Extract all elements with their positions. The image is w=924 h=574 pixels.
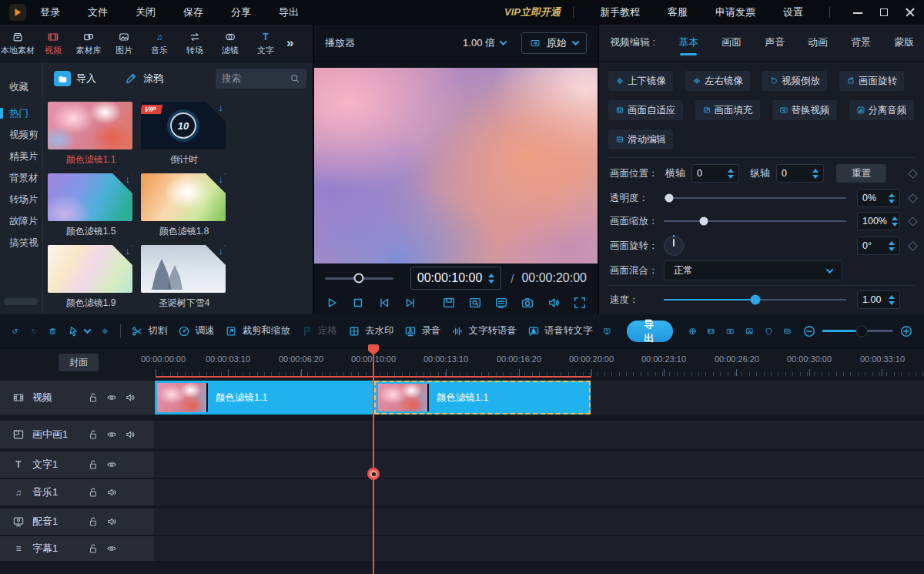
clip-color-filter-selected[interactable]: 颜色滤镜1.1 bbox=[374, 381, 591, 415]
search-input[interactable] bbox=[222, 73, 290, 84]
tab-stock-library[interactable]: 素材库 bbox=[71, 29, 106, 56]
tab-transitions[interactable]: 转场 bbox=[177, 29, 213, 56]
eye-icon[interactable] bbox=[106, 429, 117, 440]
menu-share[interactable]: 分享 bbox=[231, 5, 268, 19]
cut-clip-icon[interactable] bbox=[745, 324, 754, 338]
rotation-dial[interactable] bbox=[664, 236, 684, 256]
tab-images[interactable]: 图片 bbox=[106, 29, 142, 56]
tab-local-media[interactable]: 本地素材 bbox=[0, 29, 35, 56]
doodle-button[interactable]: 涂鸦 bbox=[124, 72, 163, 86]
tab-filters[interactable]: 滤镜 bbox=[213, 29, 248, 56]
filter-thumbnail[interactable] bbox=[48, 102, 132, 149]
minimize-button[interactable] bbox=[853, 8, 862, 17]
slide-edit-button[interactable]: 滑动编辑 bbox=[608, 129, 673, 149]
category-video-edit[interactable]: 视频剪 bbox=[0, 124, 42, 146]
keyframe-diamond-icon[interactable] bbox=[908, 169, 918, 179]
zoom-slider-handle[interactable] bbox=[856, 326, 866, 336]
flip-vertical-button[interactable]: 上下镜像 bbox=[608, 71, 673, 91]
snapshot-button[interactable] bbox=[521, 296, 534, 310]
speed-slider[interactable] bbox=[664, 299, 846, 300]
lock-icon[interactable] bbox=[88, 459, 99, 470]
app-logo[interactable] bbox=[9, 4, 26, 21]
next-frame-button[interactable] bbox=[403, 296, 417, 310]
menu-invoice[interactable]: 申请发票 bbox=[715, 5, 755, 19]
position-x-field[interactable]: 0 bbox=[691, 164, 739, 183]
download-icon[interactable]: ↓ bbox=[126, 245, 131, 257]
replace-video-button[interactable]: 替换视频 bbox=[772, 100, 837, 120]
video-preview[interactable] bbox=[314, 68, 598, 264]
compress-clip-icon[interactable] bbox=[707, 324, 715, 338]
filter-thumbnail[interactable]: ↓ bbox=[48, 245, 132, 293]
redo-icon[interactable]: ↻ bbox=[30, 324, 38, 338]
menu-support[interactable]: 客服 bbox=[668, 5, 688, 19]
time-stepper[interactable] bbox=[488, 274, 494, 284]
tab-music[interactable]: ♫音乐 bbox=[142, 29, 177, 56]
playback-progress-slider[interactable] bbox=[325, 277, 393, 280]
fullscreen-button[interactable] bbox=[573, 296, 587, 310]
download-icon[interactable]: ↓ bbox=[219, 173, 224, 185]
save-frame-button[interactable] bbox=[442, 296, 456, 310]
download-icon[interactable]: ↓ bbox=[126, 173, 131, 185]
media-item[interactable]: VIP 10 ↓ 倒计时 bbox=[141, 102, 227, 166]
film-reel-icon[interactable] bbox=[688, 324, 697, 338]
menu-close-project[interactable]: 关闭 bbox=[136, 5, 172, 19]
tab-text[interactable]: T文字 bbox=[248, 29, 283, 56]
reverse-video-button[interactable]: 视频倒放 bbox=[762, 71, 827, 91]
fit-timeline-icon[interactable] bbox=[783, 324, 792, 338]
lock-icon[interactable] bbox=[88, 516, 99, 527]
more-tabs-icon[interactable]: » bbox=[286, 35, 293, 51]
current-time-field[interactable]: 00:00:10:00 bbox=[410, 267, 502, 290]
scale-handle[interactable] bbox=[700, 217, 708, 226]
maximize-button[interactable] bbox=[879, 8, 889, 17]
tab-video[interactable]: 视频 bbox=[35, 29, 71, 56]
tab-picture[interactable]: 画面 bbox=[721, 35, 742, 59]
filter-thumbnail[interactable]: ↓ bbox=[141, 173, 226, 221]
tab-basic[interactable]: 基本 bbox=[678, 35, 698, 59]
zoom-in-icon[interactable] bbox=[899, 324, 913, 338]
category-favorites[interactable]: 收藏 bbox=[0, 76, 42, 98]
scale-field[interactable]: 100% bbox=[857, 212, 900, 230]
track-lane-voiceover[interactable]: 配音1 bbox=[0, 509, 924, 535]
search-box[interactable] bbox=[216, 69, 306, 89]
previous-frame-button[interactable] bbox=[377, 296, 391, 310]
speaker-icon[interactable] bbox=[106, 487, 117, 498]
media-item[interactable]: ↓ 圣诞树下雪4 bbox=[141, 245, 227, 310]
lock-icon[interactable] bbox=[88, 429, 99, 440]
download-icon[interactable]: ↓ bbox=[219, 102, 224, 113]
cover-button[interactable]: 封面 bbox=[59, 354, 99, 371]
remove-watermark-tool[interactable]: 去水印 bbox=[348, 324, 394, 337]
track-lane-music[interactable]: ♫ 音乐1 bbox=[0, 479, 924, 505]
eye-icon[interactable] bbox=[106, 392, 117, 403]
sidebar-scroll-thumb[interactable] bbox=[4, 298, 38, 305]
shield-icon[interactable] bbox=[765, 324, 773, 338]
blend-mode-dropdown[interactable]: 正常 bbox=[664, 260, 842, 280]
flip-horizontal-button[interactable]: 左右镜像 bbox=[685, 71, 750, 91]
stop-button[interactable] bbox=[351, 296, 365, 310]
speed-handle[interactable] bbox=[750, 295, 760, 305]
close-button[interactable] bbox=[906, 8, 915, 17]
menu-login[interactable]: 登录 bbox=[40, 5, 77, 19]
vip-upgrade-link[interactable]: VIP立即开通 bbox=[504, 5, 561, 19]
category-transition[interactable]: 转场片 bbox=[0, 189, 42, 210]
fill-screen-button[interactable]: 画面填充 bbox=[695, 100, 760, 120]
menu-settings[interactable]: 设置 bbox=[783, 5, 803, 19]
rotation-field[interactable]: 0° bbox=[857, 237, 900, 255]
cut-tool[interactable]: 切割 bbox=[131, 324, 167, 337]
keyframe-diamond-icon[interactable] bbox=[908, 241, 918, 251]
text-to-speech-tool[interactable]: 文字转语音 bbox=[451, 324, 517, 337]
lock-icon[interactable] bbox=[88, 543, 99, 554]
tab-mask[interactable]: 蒙版 bbox=[894, 35, 914, 59]
notes-button[interactable] bbox=[494, 296, 508, 310]
tab-sound[interactable]: 声音 bbox=[765, 35, 785, 59]
clip-color-filter[interactable]: 颜色滤镜1.1 bbox=[155, 381, 373, 415]
scale-slider[interactable] bbox=[664, 220, 846, 222]
rotate-screen-button[interactable]: 画面旋转 bbox=[839, 71, 904, 91]
speed-field[interactable]: 1.00 bbox=[857, 290, 900, 309]
split-view-icon[interactable] bbox=[726, 324, 735, 338]
media-item[interactable]: 颜色滤镜1.1 bbox=[48, 102, 134, 166]
y-stepper[interactable] bbox=[808, 169, 819, 179]
eye-icon[interactable] bbox=[106, 459, 117, 470]
speaker-icon[interactable] bbox=[106, 516, 117, 527]
opacity-handle[interactable] bbox=[665, 194, 674, 203]
category-background[interactable]: 背景材 bbox=[0, 167, 42, 189]
